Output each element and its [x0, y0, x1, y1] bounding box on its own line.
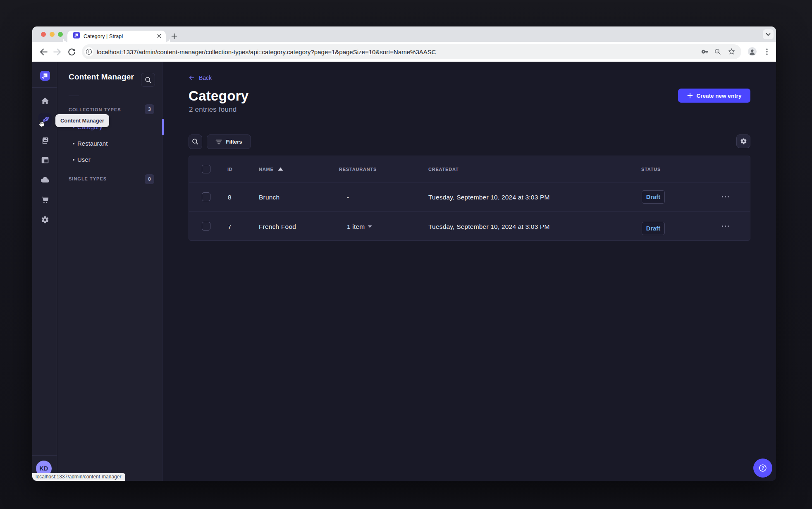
svg-text:?: ? — [762, 466, 764, 471]
